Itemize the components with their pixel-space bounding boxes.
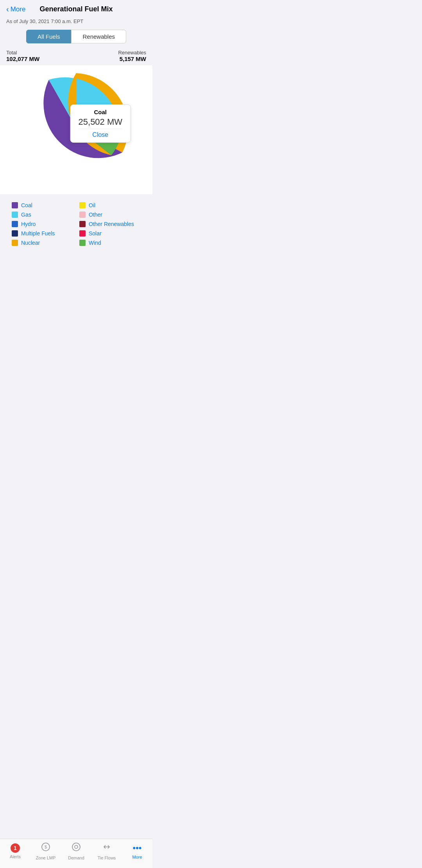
legend-label: Solar — [89, 230, 102, 237]
legend-area: CoalOilGasOtherHydroOther RenewablesMult… — [0, 194, 152, 252]
tooltip-value: 25,502 MW — [79, 117, 122, 127]
timestamp: As of July 30, 2021 7:00 a.m. EPT — [0, 17, 152, 28]
legend-label: Oil — [89, 202, 95, 208]
renewables-tab[interactable]: Renewables — [71, 30, 126, 43]
back-button[interactable]: ‹ More — [6, 5, 25, 14]
legend-item[interactable]: Other — [79, 212, 141, 218]
renewables-value: 5,157 MW — [118, 56, 146, 62]
stats-row: Total 102,077 MW Renewables 5,157 MW — [0, 48, 152, 65]
total-label: Total — [6, 50, 39, 56]
all-fuels-tab[interactable]: All Fuels — [26, 30, 72, 43]
legend-grid: CoalOilGasOtherHydroOther RenewablesMult… — [12, 202, 141, 246]
legend-label: Wind — [89, 240, 101, 246]
legend-swatch — [79, 212, 86, 218]
legend-swatch — [79, 240, 86, 246]
tooltip-close-button[interactable]: Close — [79, 129, 122, 138]
legend-item[interactable]: Nuclear — [12, 240, 73, 246]
legend-label: Multiple Fuels — [21, 230, 55, 237]
back-label: More — [11, 5, 26, 13]
chevron-left-icon: ‹ — [6, 5, 9, 14]
chart-area[interactable]: Coal 25,502 MW Close — [0, 65, 152, 194]
legend-item[interactable]: Other Renewables — [79, 221, 141, 227]
segment-control: All Fuels Renewables — [0, 28, 152, 48]
legend-label: Gas — [21, 212, 31, 218]
legend-swatch — [79, 221, 86, 227]
legend-swatch — [12, 230, 18, 237]
legend-item[interactable]: Oil — [79, 202, 141, 208]
legend-item[interactable]: Wind — [79, 240, 141, 246]
page-title: Generational Fuel Mix — [39, 5, 113, 13]
renewables-label: Renewables — [118, 50, 146, 56]
legend-item[interactable]: Hydro — [12, 221, 73, 227]
legend-swatch — [79, 230, 86, 237]
legend-item[interactable]: Gas — [12, 212, 73, 218]
legend-swatch — [12, 221, 18, 227]
legend-item[interactable]: Coal — [12, 202, 73, 208]
legend-item[interactable]: Multiple Fuels — [12, 230, 73, 237]
legend-label: Hydro — [21, 221, 36, 227]
legend-label: Other — [89, 212, 102, 218]
coal-tooltip: Coal 25,502 MW Close — [70, 104, 131, 143]
legend-label: Other Renewables — [89, 221, 134, 227]
legend-label: Nuclear — [21, 240, 40, 246]
tooltip-title: Coal — [79, 109, 122, 115]
legend-swatch — [12, 212, 18, 218]
legend-swatch — [79, 202, 86, 208]
total-value: 102,077 MW — [6, 56, 39, 62]
renewables-stat: Renewables 5,157 MW — [118, 50, 146, 62]
legend-swatch — [12, 240, 18, 246]
header: ‹ More Generational Fuel Mix — [0, 0, 152, 17]
legend-label: Coal — [21, 202, 32, 208]
total-stat: Total 102,077 MW — [6, 50, 39, 62]
legend-item[interactable]: Solar — [79, 230, 141, 237]
legend-swatch — [12, 202, 18, 208]
